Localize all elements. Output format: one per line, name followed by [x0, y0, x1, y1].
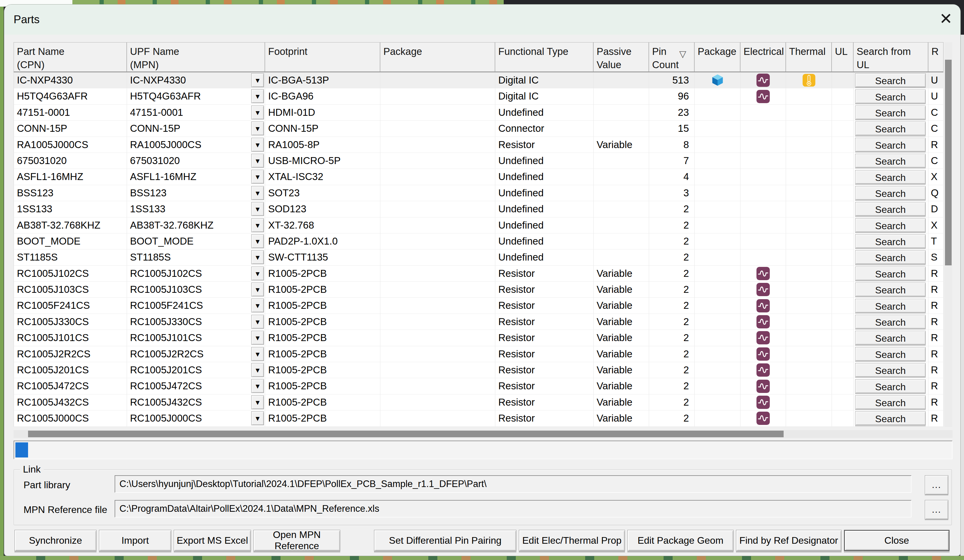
set-differential-pin-pairing-button[interactable]: Set Differential Pin Pairing — [374, 530, 516, 551]
table-row[interactable]: BSS123BSS123▾SOT23Undefined3SearchQ — [14, 185, 943, 201]
table-row[interactable]: 1SS1331SS133▾SOD123Undefined2SearchD — [14, 201, 943, 217]
upf-dropdown-button[interactable]: ▾ — [251, 315, 264, 329]
upf-dropdown-button[interactable]: ▾ — [251, 234, 264, 248]
column-header-functional-type[interactable]: Functional Type — [495, 42, 594, 72]
upf-dropdown-button[interactable]: ▾ — [251, 331, 264, 345]
upf-dropdown-button[interactable]: ▾ — [251, 298, 264, 313]
horizontal-scrollbar[interactable] — [13, 430, 953, 438]
vertical-scrollbar[interactable] — [944, 42, 952, 427]
table-row[interactable]: BOOT_MODEBOOT_MODE▾PAD2P-1.0X1.0Undefine… — [14, 233, 943, 249]
close-icon[interactable]: ✕ — [937, 10, 955, 28]
column-header-package-icon[interactable]: Package — [695, 42, 741, 72]
upf-dropdown-button[interactable]: ▾ — [251, 396, 264, 409]
search-button[interactable]: Search — [855, 122, 926, 135]
open-mpn-reference-button[interactable]: Open MPN Reference — [253, 530, 340, 551]
upf-dropdown-button[interactable]: ▾ — [251, 283, 264, 296]
table-row[interactable]: ST1185SST1185S▾SW-CTT1135Undefined2Searc… — [14, 249, 943, 265]
table-row[interactable]: RC1005F241CSRC1005F241CS▾R1005-2PCBResis… — [14, 298, 943, 314]
search-button[interactable]: Search — [855, 283, 926, 296]
search-button[interactable]: Search — [855, 396, 926, 409]
table-row[interactable]: CONN-15PCONN-15P▾CONN-15PConnector15Sear… — [14, 120, 943, 137]
table-row[interactable]: RC1005J472CSRC1005J472CS▾R1005-2PCBResis… — [14, 378, 943, 394]
search-button[interactable]: Search — [855, 90, 926, 103]
synchronize-button[interactable]: Synchronize — [15, 530, 96, 551]
mpn-reference-field[interactable]: C:\ProgramData\Altair\PollEx\2024.1\Data… — [115, 500, 912, 518]
upf-dropdown-button[interactable]: ▾ — [251, 250, 264, 264]
table-row[interactable]: 675031020675031020▾USB-MICRO-5PUndefined… — [14, 153, 943, 169]
table-row[interactable]: RA1005J000CSRA1005J000CS▾RA1005-8PResist… — [14, 137, 943, 153]
upf-dropdown-button[interactable]: ▾ — [251, 218, 264, 232]
column-header-upf-name[interactable]: UPF Name (MPN) — [127, 42, 265, 72]
search-button[interactable]: Search — [855, 154, 926, 168]
import-button[interactable]: Import — [99, 530, 171, 551]
column-header-ul[interactable]: UL — [832, 42, 853, 72]
table-row[interactable]: ASFL1-16MHZASFL1-16MHZ▾XTAL-ISC32Undefin… — [14, 169, 943, 185]
upf-dropdown-button[interactable]: ▾ — [251, 186, 264, 200]
search-button[interactable]: Search — [855, 347, 926, 361]
table-row[interactable]: RC1005J201CSRC1005J201CS▾R1005-2PCBResis… — [14, 362, 943, 378]
upf-dropdown-button[interactable]: ▾ — [251, 106, 264, 119]
upf-dropdown-button[interactable]: ▾ — [251, 267, 264, 280]
table-row[interactable]: RC1005J000CSRC1005J000CS▾R1005-2PCBResis… — [14, 410, 943, 427]
column-header-electrical[interactable]: Electrical — [741, 42, 786, 72]
column-header-footprint[interactable]: Footprint — [265, 42, 380, 72]
search-button[interactable]: Search — [855, 363, 926, 377]
horizontal-scrollbar-thumb[interactable] — [28, 431, 783, 437]
search-button[interactable]: Search — [855, 379, 926, 393]
search-button[interactable]: Search — [855, 138, 926, 152]
table-row[interactable]: RC1005J102CSRC1005J102CS▾R1005-2PCBResis… — [14, 266, 943, 282]
column-header-ref[interactable]: R — [928, 42, 943, 72]
upf-dropdown-button[interactable]: ▾ — [251, 202, 264, 216]
search-button[interactable]: Search — [855, 186, 926, 200]
upf-dropdown-button[interactable]: ▾ — [251, 138, 264, 152]
search-button[interactable]: Search — [855, 250, 926, 264]
upf-dropdown-button[interactable]: ▾ — [251, 154, 264, 168]
upf-dropdown-button[interactable]: ▾ — [251, 122, 264, 135]
search-button[interactable]: Search — [855, 331, 926, 345]
edit-package-geom-button[interactable]: Edit Package Geom — [627, 530, 734, 551]
vertical-scrollbar-thumb[interactable] — [945, 60, 952, 265]
table-row[interactable]: RC1005J103CSRC1005J103CS▾R1005-2PCBResis… — [14, 282, 943, 298]
table-row[interactable]: IC-NXP4330IC-NXP4330▾IC-BGA-513PDigital … — [14, 72, 943, 88]
search-button[interactable]: Search — [855, 267, 926, 280]
edit-elec-thermal-prop-button[interactable]: Edit Elec/Thermal Prop — [519, 530, 625, 551]
search-button[interactable]: Search — [855, 218, 926, 232]
upf-dropdown-button[interactable]: ▾ — [251, 347, 264, 361]
table-row[interactable]: RC1005J101CSRC1005J101CS▾R1005-2PCBResis… — [14, 330, 943, 346]
part-library-field[interactable]: C:\Users\hyunjunj\Desktop\Tutorial\2024.… — [115, 475, 912, 493]
search-button[interactable]: Search — [855, 411, 926, 425]
cell-ul — [832, 137, 853, 153]
upf-dropdown-button[interactable]: ▾ — [251, 379, 264, 393]
table-row[interactable]: RC1005J432CSRC1005J432CS▾R1005-2PCBResis… — [14, 394, 943, 410]
table-row[interactable]: AB38T-32.768KHZAB38T-32.768KHZ▾XT-32.768… — [14, 217, 943, 233]
column-header-passive-value[interactable]: Passive Value — [594, 42, 649, 72]
export-ms-excel-button[interactable]: Export MS Excel — [174, 530, 251, 551]
find-by-ref-designator-button[interactable]: Find by Ref Designator — [736, 530, 842, 551]
close-button[interactable]: Close — [844, 530, 949, 551]
upf-dropdown-button[interactable]: ▾ — [251, 170, 264, 184]
column-header-package[interactable]: Package — [380, 42, 495, 72]
search-button[interactable]: Search — [855, 106, 926, 119]
mpn-reference-browse-button[interactable]: ... — [925, 500, 948, 519]
table-row[interactable]: RC1005J330CSRC1005J330CS▾R1005-2PCBResis… — [14, 314, 943, 330]
search-button[interactable]: Search — [855, 73, 926, 87]
upf-dropdown-button[interactable]: ▾ — [251, 363, 264, 377]
search-button[interactable]: Search — [855, 202, 926, 216]
upf-dropdown-button[interactable]: ▾ — [251, 411, 264, 425]
column-header-search-from-ul[interactable]: Search from UL — [853, 42, 928, 72]
search-button[interactable]: Search — [855, 299, 926, 313]
search-button[interactable]: Search — [855, 170, 926, 184]
table-row[interactable]: RC1005J2R2CSRC1005J2R2CS▾R1005-2PCBResis… — [14, 346, 943, 362]
dialog-titlebar[interactable] — [4, 5, 961, 35]
cell-search-from-ul: Search — [853, 185, 928, 201]
column-header-pin-count[interactable]: Pin Count▽ — [649, 42, 695, 72]
upf-dropdown-button[interactable]: ▾ — [251, 89, 264, 103]
column-header-part-name[interactable]: Part Name (CPN) — [14, 42, 127, 72]
search-button[interactable]: Search — [855, 315, 926, 329]
column-header-thermal[interactable]: Thermal — [786, 42, 832, 72]
part-library-browse-button[interactable]: ... — [925, 475, 948, 495]
upf-dropdown-button[interactable]: ▾ — [251, 73, 264, 87]
table-row[interactable]: H5TQ4G63AFRH5TQ4G63AFR▾IC-BGA96Digital I… — [14, 88, 943, 104]
search-button[interactable]: Search — [855, 234, 926, 248]
table-row[interactable]: 47151-000147151-0001▾HDMI-01DUndefined23… — [14, 105, 943, 120]
